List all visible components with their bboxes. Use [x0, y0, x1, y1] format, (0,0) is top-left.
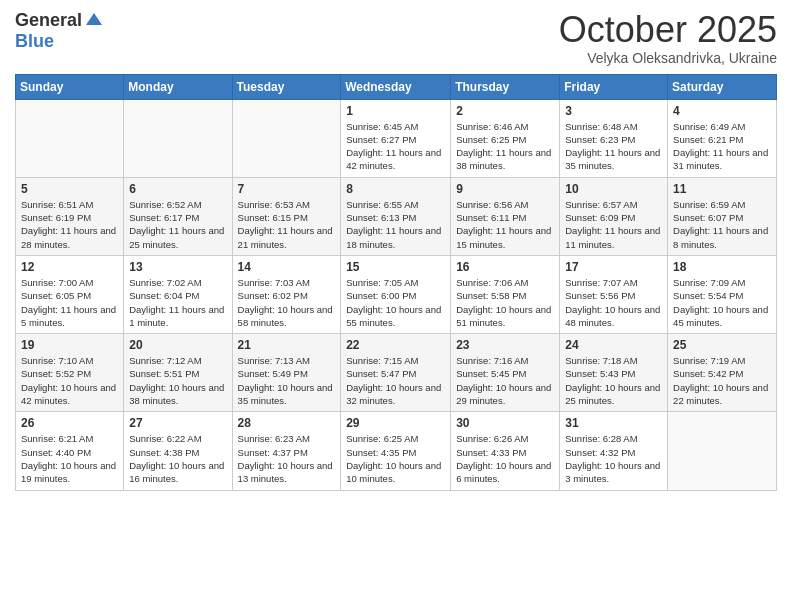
calendar-table: Sunday Monday Tuesday Wednesday Thursday…	[15, 74, 777, 491]
day-info: Sunrise: 6:22 AM Sunset: 4:38 PM Dayligh…	[129, 432, 226, 485]
table-row: 23Sunrise: 7:16 AM Sunset: 5:45 PM Dayli…	[451, 334, 560, 412]
table-row: 11Sunrise: 6:59 AM Sunset: 6:07 PM Dayli…	[668, 177, 777, 255]
logo-icon	[84, 11, 104, 31]
day-number: 8	[346, 182, 445, 196]
calendar-week-row: 12Sunrise: 7:00 AM Sunset: 6:05 PM Dayli…	[16, 255, 777, 333]
day-info: Sunrise: 7:19 AM Sunset: 5:42 PM Dayligh…	[673, 354, 771, 407]
calendar-week-row: 5Sunrise: 6:51 AM Sunset: 6:19 PM Daylig…	[16, 177, 777, 255]
day-info: Sunrise: 6:53 AM Sunset: 6:15 PM Dayligh…	[238, 198, 336, 251]
day-info: Sunrise: 7:10 AM Sunset: 5:52 PM Dayligh…	[21, 354, 118, 407]
day-info: Sunrise: 6:26 AM Sunset: 4:33 PM Dayligh…	[456, 432, 554, 485]
header-wednesday: Wednesday	[341, 74, 451, 99]
logo-general-text: General	[15, 10, 82, 31]
day-info: Sunrise: 6:46 AM Sunset: 6:25 PM Dayligh…	[456, 120, 554, 173]
table-row: 17Sunrise: 7:07 AM Sunset: 5:56 PM Dayli…	[560, 255, 668, 333]
header-saturday: Saturday	[668, 74, 777, 99]
day-info: Sunrise: 7:07 AM Sunset: 5:56 PM Dayligh…	[565, 276, 662, 329]
day-number: 15	[346, 260, 445, 274]
table-row: 1Sunrise: 6:45 AM Sunset: 6:27 PM Daylig…	[341, 99, 451, 177]
header-sunday: Sunday	[16, 74, 124, 99]
month-title: October 2025	[559, 10, 777, 50]
day-info: Sunrise: 7:16 AM Sunset: 5:45 PM Dayligh…	[456, 354, 554, 407]
day-info: Sunrise: 6:21 AM Sunset: 4:40 PM Dayligh…	[21, 432, 118, 485]
table-row: 4Sunrise: 6:49 AM Sunset: 6:21 PM Daylig…	[668, 99, 777, 177]
header: General Blue October 2025 Velyka Oleksan…	[15, 10, 777, 66]
table-row: 14Sunrise: 7:03 AM Sunset: 6:02 PM Dayli…	[232, 255, 341, 333]
day-info: Sunrise: 7:06 AM Sunset: 5:58 PM Dayligh…	[456, 276, 554, 329]
table-row: 16Sunrise: 7:06 AM Sunset: 5:58 PM Dayli…	[451, 255, 560, 333]
day-number: 25	[673, 338, 771, 352]
table-row: 6Sunrise: 6:52 AM Sunset: 6:17 PM Daylig…	[124, 177, 232, 255]
day-number: 6	[129, 182, 226, 196]
table-row: 26Sunrise: 6:21 AM Sunset: 4:40 PM Dayli…	[16, 412, 124, 490]
day-info: Sunrise: 6:52 AM Sunset: 6:17 PM Dayligh…	[129, 198, 226, 251]
table-row: 2Sunrise: 6:46 AM Sunset: 6:25 PM Daylig…	[451, 99, 560, 177]
day-number: 19	[21, 338, 118, 352]
day-info: Sunrise: 6:56 AM Sunset: 6:11 PM Dayligh…	[456, 198, 554, 251]
day-number: 23	[456, 338, 554, 352]
day-info: Sunrise: 7:13 AM Sunset: 5:49 PM Dayligh…	[238, 354, 336, 407]
logo: General Blue	[15, 10, 104, 52]
svg-marker-0	[86, 13, 102, 25]
day-number: 11	[673, 182, 771, 196]
day-number: 5	[21, 182, 118, 196]
table-row: 10Sunrise: 6:57 AM Sunset: 6:09 PM Dayli…	[560, 177, 668, 255]
table-row: 25Sunrise: 7:19 AM Sunset: 5:42 PM Dayli…	[668, 334, 777, 412]
table-row: 18Sunrise: 7:09 AM Sunset: 5:54 PM Dayli…	[668, 255, 777, 333]
day-number: 24	[565, 338, 662, 352]
day-number: 26	[21, 416, 118, 430]
day-info: Sunrise: 7:18 AM Sunset: 5:43 PM Dayligh…	[565, 354, 662, 407]
table-row: 24Sunrise: 7:18 AM Sunset: 5:43 PM Dayli…	[560, 334, 668, 412]
table-row: 27Sunrise: 6:22 AM Sunset: 4:38 PM Dayli…	[124, 412, 232, 490]
table-row: 12Sunrise: 7:00 AM Sunset: 6:05 PM Dayli…	[16, 255, 124, 333]
day-info: Sunrise: 6:25 AM Sunset: 4:35 PM Dayligh…	[346, 432, 445, 485]
table-row: 28Sunrise: 6:23 AM Sunset: 4:37 PM Dayli…	[232, 412, 341, 490]
header-friday: Friday	[560, 74, 668, 99]
table-row: 3Sunrise: 6:48 AM Sunset: 6:23 PM Daylig…	[560, 99, 668, 177]
day-number: 31	[565, 416, 662, 430]
day-info: Sunrise: 6:28 AM Sunset: 4:32 PM Dayligh…	[565, 432, 662, 485]
calendar-week-row: 19Sunrise: 7:10 AM Sunset: 5:52 PM Dayli…	[16, 334, 777, 412]
day-number: 14	[238, 260, 336, 274]
subtitle: Velyka Oleksandrivka, Ukraine	[559, 50, 777, 66]
header-monday: Monday	[124, 74, 232, 99]
logo-blue-text: Blue	[15, 31, 54, 52]
table-row	[668, 412, 777, 490]
day-number: 27	[129, 416, 226, 430]
table-row: 21Sunrise: 7:13 AM Sunset: 5:49 PM Dayli…	[232, 334, 341, 412]
day-number: 16	[456, 260, 554, 274]
table-row: 22Sunrise: 7:15 AM Sunset: 5:47 PM Dayli…	[341, 334, 451, 412]
day-number: 28	[238, 416, 336, 430]
day-info: Sunrise: 7:15 AM Sunset: 5:47 PM Dayligh…	[346, 354, 445, 407]
table-row: 13Sunrise: 7:02 AM Sunset: 6:04 PM Dayli…	[124, 255, 232, 333]
day-number: 4	[673, 104, 771, 118]
day-info: Sunrise: 6:48 AM Sunset: 6:23 PM Dayligh…	[565, 120, 662, 173]
table-row	[124, 99, 232, 177]
table-row: 9Sunrise: 6:56 AM Sunset: 6:11 PM Daylig…	[451, 177, 560, 255]
day-info: Sunrise: 7:09 AM Sunset: 5:54 PM Dayligh…	[673, 276, 771, 329]
day-number: 10	[565, 182, 662, 196]
table-row: 31Sunrise: 6:28 AM Sunset: 4:32 PM Dayli…	[560, 412, 668, 490]
day-number: 3	[565, 104, 662, 118]
day-info: Sunrise: 7:02 AM Sunset: 6:04 PM Dayligh…	[129, 276, 226, 329]
table-row: 15Sunrise: 7:05 AM Sunset: 6:00 PM Dayli…	[341, 255, 451, 333]
day-number: 2	[456, 104, 554, 118]
day-number: 7	[238, 182, 336, 196]
calendar-week-row: 26Sunrise: 6:21 AM Sunset: 4:40 PM Dayli…	[16, 412, 777, 490]
day-number: 29	[346, 416, 445, 430]
header-thursday: Thursday	[451, 74, 560, 99]
calendar-week-row: 1Sunrise: 6:45 AM Sunset: 6:27 PM Daylig…	[16, 99, 777, 177]
page: General Blue October 2025 Velyka Oleksan…	[0, 0, 792, 612]
table-row: 19Sunrise: 7:10 AM Sunset: 5:52 PM Dayli…	[16, 334, 124, 412]
day-info: Sunrise: 7:05 AM Sunset: 6:00 PM Dayligh…	[346, 276, 445, 329]
day-info: Sunrise: 7:00 AM Sunset: 6:05 PM Dayligh…	[21, 276, 118, 329]
header-tuesday: Tuesday	[232, 74, 341, 99]
day-number: 9	[456, 182, 554, 196]
day-number: 17	[565, 260, 662, 274]
table-row: 20Sunrise: 7:12 AM Sunset: 5:51 PM Dayli…	[124, 334, 232, 412]
day-number: 18	[673, 260, 771, 274]
calendar-header-row: Sunday Monday Tuesday Wednesday Thursday…	[16, 74, 777, 99]
day-number: 20	[129, 338, 226, 352]
day-info: Sunrise: 6:55 AM Sunset: 6:13 PM Dayligh…	[346, 198, 445, 251]
day-number: 12	[21, 260, 118, 274]
